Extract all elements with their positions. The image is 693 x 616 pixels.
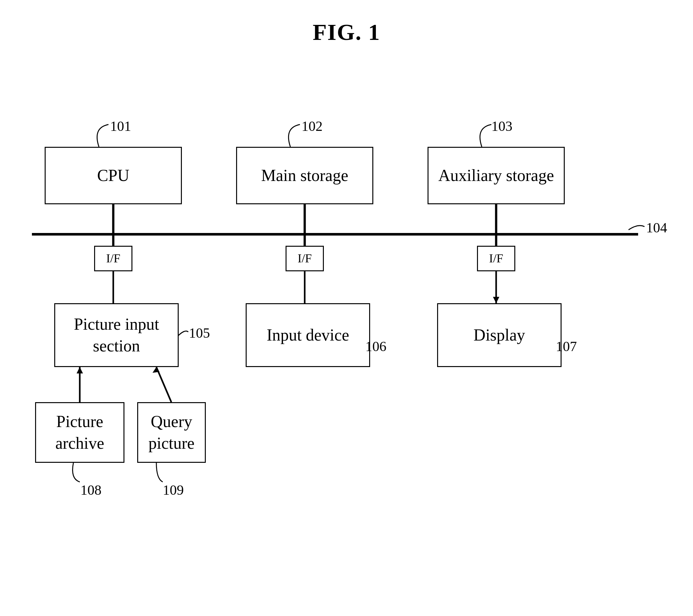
svg-marker-11 (493, 297, 499, 303)
if3-label: I/F (489, 251, 503, 266)
query-pic-label: Querypicture (148, 411, 194, 454)
ref-101: 101 (110, 118, 131, 134)
pic-input-box: Picture inputsection (54, 303, 179, 367)
aux-storage-box: Auxiliary storage (428, 147, 565, 204)
svg-line-14 (156, 367, 171, 402)
ref-105: 105 (189, 325, 210, 341)
ref-104: 104 (646, 219, 667, 236)
ref-103: 103 (491, 118, 512, 134)
main-storage-label: Main storage (261, 165, 349, 187)
input-device-label: Input device (267, 324, 349, 346)
pic-archive-label: Picturearchive (55, 411, 104, 454)
display-box: Display (437, 303, 561, 367)
if3-box: I/F (477, 246, 515, 271)
input-device-box: Input device (246, 303, 370, 367)
cpu-box: CPU (45, 147, 182, 204)
aux-storage-label: Auxiliary storage (438, 165, 554, 187)
svg-marker-15 (153, 367, 160, 373)
svg-marker-13 (77, 367, 83, 373)
display-label: Display (474, 324, 525, 346)
if2-label: I/F (298, 251, 312, 266)
if2-box: I/F (285, 246, 324, 271)
ref-102: 102 (301, 118, 322, 134)
ref-106: 106 (365, 338, 387, 354)
fig-title: FIG. 1 (0, 0, 693, 46)
if1-label: I/F (106, 251, 120, 266)
pic-archive-box: Picturearchive (35, 402, 124, 463)
main-storage-box: Main storage (236, 147, 373, 204)
ref-107: 107 (556, 338, 577, 354)
ref-109: 109 (163, 482, 184, 498)
ref-108: 108 (80, 482, 101, 498)
query-pic-box: Querypicture (137, 402, 206, 463)
pic-input-label: Picture inputsection (74, 313, 159, 357)
bus-line (32, 233, 638, 235)
cpu-label: CPU (97, 165, 129, 187)
if1-box: I/F (94, 246, 133, 271)
